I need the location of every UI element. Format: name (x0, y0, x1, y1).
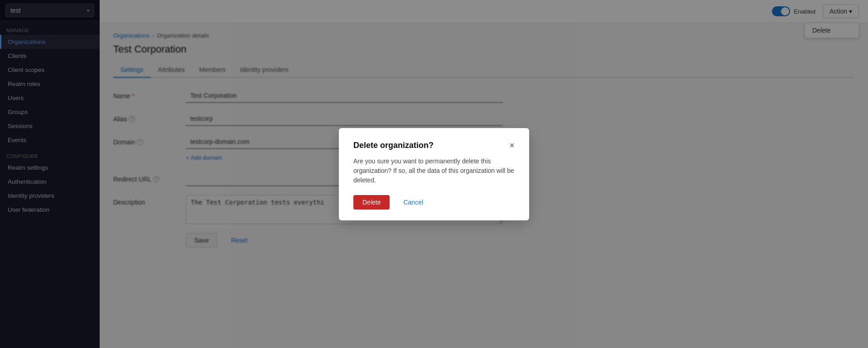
modal-title: Delete organization? (353, 141, 434, 150)
modal-footer: Delete Cancel (353, 195, 515, 210)
modal-body: Are you sure you want to permanently del… (353, 157, 515, 185)
delete-modal: Delete organization? × Are you sure you … (339, 128, 529, 220)
main-content: Enabled Action ▾ Delete Organizations › … (100, 0, 868, 348)
modal-header: Delete organization? × (353, 141, 515, 150)
modal-close-button[interactable]: × (509, 141, 515, 150)
modal-overlay[interactable]: Delete organization? × Are you sure you … (100, 0, 868, 348)
modal-cancel-button[interactable]: Cancel (395, 195, 431, 210)
modal-delete-button[interactable]: Delete (353, 195, 390, 210)
